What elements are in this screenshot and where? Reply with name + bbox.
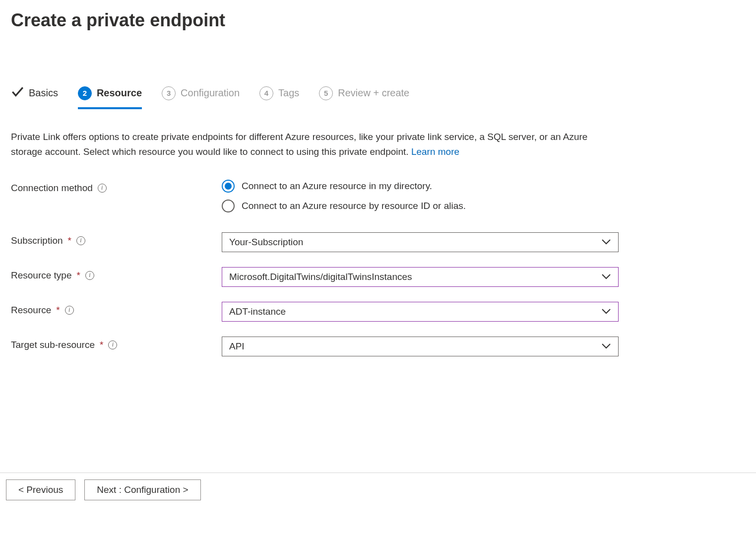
tab-label: Basics	[29, 87, 58, 99]
row-resource: Resource * i ADT-instance	[11, 302, 745, 322]
tab-configuration[interactable]: 3 Configuration	[162, 86, 240, 109]
connection-method-options: Connect to an Azure resource in my direc…	[222, 180, 619, 212]
tab-review-create[interactable]: 5 Review + create	[319, 86, 409, 109]
resource-type-dropdown[interactable]: Microsoft.DigitalTwins/digitalTwinsInsta…	[222, 267, 619, 287]
footer-separator	[0, 473, 756, 473]
required-asterisk: *	[77, 270, 80, 281]
row-connection-method: Connection method i Connect to an Azure …	[11, 180, 745, 212]
dropdown-value: Microsoft.DigitalTwins/digitalTwinsInsta…	[229, 272, 412, 282]
radio-label: Connect to an Azure resource in my direc…	[242, 181, 432, 192]
label-text: Target sub-resource	[11, 340, 95, 350]
label-target-sub-resource: Target sub-resource * i	[11, 337, 222, 350]
tab-description-text: Private Link offers options to create pr…	[11, 132, 587, 157]
tab-description: Private Link offers options to create pr…	[11, 130, 616, 160]
info-icon[interactable]: i	[85, 271, 94, 280]
label-connection-method: Connection method i	[11, 180, 222, 194]
checkmark-icon	[11, 85, 24, 101]
dropdown-value: API	[229, 341, 245, 352]
label-text: Subscription	[11, 235, 63, 246]
info-icon[interactable]: i	[108, 341, 117, 349]
info-icon[interactable]: i	[98, 184, 107, 193]
label-subscription: Subscription * i	[11, 232, 222, 246]
previous-button[interactable]: < Previous	[6, 479, 75, 500]
subscription-dropdown[interactable]: Your-Subscription	[222, 232, 619, 252]
row-resource-type: Resource type * i Microsoft.DigitalTwins…	[11, 267, 745, 287]
target-sub-resource-dropdown[interactable]: API	[222, 337, 619, 356]
info-icon[interactable]: i	[76, 236, 85, 245]
create-private-endpoint-page: Create a private endpoint Basics 2 Resou…	[0, 0, 756, 356]
radio-icon	[222, 200, 235, 212]
label-resource-type: Resource type * i	[11, 267, 222, 281]
tab-basics[interactable]: Basics	[11, 85, 58, 110]
tab-label: Configuration	[181, 87, 240, 99]
chevron-down-icon	[601, 237, 611, 248]
learn-more-link[interactable]: Learn more	[411, 146, 459, 157]
tab-resource[interactable]: 2 Resource	[78, 86, 142, 109]
required-asterisk: *	[100, 340, 103, 350]
radio-connect-directory[interactable]: Connect to an Azure resource in my direc…	[222, 180, 619, 193]
step-number-icon: 2	[78, 86, 92, 100]
label-text: Resource	[11, 305, 51, 316]
label-text: Resource type	[11, 270, 72, 281]
chevron-down-icon	[601, 341, 611, 352]
dropdown-value: ADT-instance	[229, 306, 286, 317]
radio-label: Connect to an Azure resource by resource…	[242, 201, 466, 211]
required-asterisk: *	[56, 305, 60, 316]
info-icon[interactable]: i	[65, 306, 74, 315]
row-target-sub-resource: Target sub-resource * i API	[11, 337, 745, 356]
radio-connect-resource-id[interactable]: Connect to an Azure resource by resource…	[222, 200, 619, 212]
row-subscription: Subscription * i Your-Subscription	[11, 232, 745, 252]
tab-label: Tags	[278, 87, 299, 99]
page-title: Create a private endpoint	[11, 10, 745, 31]
chevron-down-icon	[601, 272, 611, 282]
tab-tags[interactable]: 4 Tags	[259, 86, 299, 109]
label-resource: Resource * i	[11, 302, 222, 316]
step-number-icon: 5	[319, 86, 333, 100]
step-number-icon: 3	[162, 86, 176, 100]
dropdown-value: Your-Subscription	[229, 237, 303, 248]
step-number-icon: 4	[259, 86, 273, 100]
next-button[interactable]: Next : Configuration >	[84, 479, 200, 500]
wizard-footer: < Previous Next : Configuration >	[6, 479, 201, 500]
chevron-down-icon	[601, 306, 611, 317]
tab-label: Review + create	[338, 87, 409, 99]
resource-dropdown[interactable]: ADT-instance	[222, 302, 619, 322]
required-asterisk: *	[68, 235, 71, 246]
radio-icon	[222, 180, 235, 193]
label-text: Connection method	[11, 183, 93, 194]
wizard-steps: Basics 2 Resource 3 Configuration 4 Tags…	[11, 85, 745, 110]
tab-label: Resource	[97, 87, 142, 99]
